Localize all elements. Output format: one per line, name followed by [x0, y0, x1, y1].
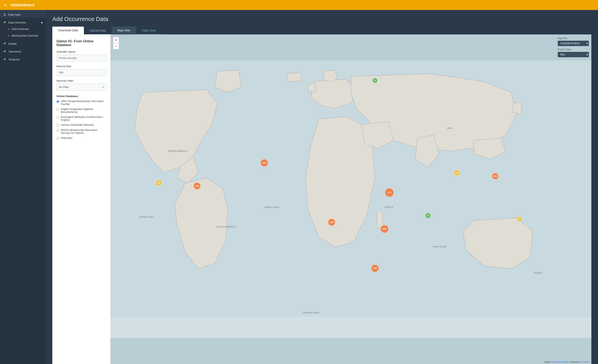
sidebar-icon-data-overview: 👁	[3, 21, 6, 24]
sub-icon-missing-data-overview: ≫	[8, 34, 10, 37]
cluster-c8[interactable]: 8	[425, 213, 431, 218]
carto-link[interactable]: CARTO	[582, 361, 590, 363]
map-tile-panel: Map Tile: CartoDB.PositronOpenStreetMapS…	[558, 37, 589, 57]
cluster-c10[interactable]: 103	[492, 173, 499, 180]
sidebar-icon-spatial: 👁	[3, 42, 6, 45]
radio-inaturalist[interactable]	[57, 137, 59, 140]
sidebar-item-spatial[interactable]: 👁 Spatial	[0, 39, 46, 47]
sidebar-label-taxonomic: Taxonomic	[8, 50, 21, 53]
radio-item-ecoengine[interactable]: EcoEngine (Berkeley Ecoinformatics Engin…	[57, 116, 106, 121]
record-size-input[interactable]	[57, 69, 106, 76]
radio-item-gbif[interactable]: GBIF (Global Biodiversity Information Fa…	[57, 100, 106, 106]
sidebar-icon-data-input: ☰	[3, 13, 6, 16]
radio-label-inaturalist: iNaturalist	[61, 137, 73, 139]
top-navbar: ≡ bddashboard	[0, 0, 598, 10]
radio-item-vertnet[interactable]: Vertnet (Vertebrate Network)	[57, 123, 106, 127]
radio-label-idigbio: iDigBio (Integrated Digitized Biocollect…	[61, 108, 106, 113]
brand-label: bddashboard	[11, 3, 34, 7]
radio-idigbio[interactable]	[57, 108, 59, 111]
tab-upload[interactable]: Upload Data	[84, 27, 112, 34]
sidebar-item-data-overview[interactable]: 👁 Data Overview ◀	[0, 18, 46, 26]
zoom-out-button[interactable]: −	[113, 43, 119, 49]
records-filter-label: Records Filter:	[57, 79, 106, 82]
points-color-label: Points Color	[558, 48, 589, 51]
cluster-c11[interactable]: 3	[517, 216, 522, 222]
map-zoom-controls: + −	[113, 37, 119, 49]
sidebar-icon-taxonomic: 👁	[3, 50, 6, 53]
scientific-name-label: Scientific Name:	[57, 50, 106, 53]
records-filter-select[interactable]: No FilterHas CoordinatesHas Media	[57, 84, 106, 90]
radio-gbif[interactable]	[57, 100, 59, 103]
map-panel: + − Map Tile: CartoDB.PositronOpenStreet…	[110, 34, 591, 364]
left-form-panel: Option 01: From Online Database Scientif…	[52, 34, 110, 364]
sidebar: ☰ Data Input 👁 Data Overview ◀≫ Data Sum…	[0, 10, 46, 364]
world-map-svg	[110, 34, 591, 364]
tab-table-view[interactable]: Table View	[136, 27, 162, 34]
cluster-c12[interactable]: 5	[372, 78, 378, 83]
radio-label-vertnet: Vertnet (Vertebrate Network)	[61, 123, 94, 126]
map-tile-select[interactable]: CartoDB.PositronOpenStreetMapStamen.Tone…	[558, 41, 589, 46]
cluster-c9[interactable]: 15	[454, 170, 460, 176]
points-color-select[interactable]: RedBlueGreenOrange	[558, 52, 589, 57]
sub-label-data-summary: Data Summary	[12, 28, 29, 31]
option-title: Option 01: From Online Database	[57, 40, 106, 47]
cluster-c3[interactable]: 10	[156, 180, 162, 186]
sidebar-label-spatial: Spatial	[8, 42, 17, 45]
records-filter-wrapper: No FilterHas CoordinatesHas Media	[57, 84, 106, 90]
osm-link[interactable]: OpenStreetMap	[554, 361, 569, 363]
radio-label-ecoengine: EcoEngine (Berkeley Ecoinformatics Engin…	[61, 116, 106, 121]
panels-row: Option 01: From Online Database Scientif…	[52, 34, 591, 364]
sidebar-item-data-input[interactable]: ☰ Data Input	[0, 10, 46, 18]
sidebar-sub-data-summary[interactable]: ≫ Data Summary	[0, 26, 46, 32]
zoom-in-button[interactable]: +	[113, 37, 119, 43]
page-title: Add Occurrence Data	[52, 16, 591, 22]
scientific-name-input[interactable]	[57, 55, 106, 61]
cluster-c6[interactable]: 784	[371, 264, 379, 272]
hamburger-icon[interactable]: ≡	[4, 3, 7, 8]
sub-label-missing-data-overview: Missing Data Overview	[12, 34, 38, 37]
map-tile-label: Map Tile:	[558, 37, 589, 40]
radio-label-gbif: GBIF (Global Biodiversity Information Fa…	[61, 100, 106, 106]
tab-download[interactable]: Download Data	[52, 27, 84, 34]
record-size-label: Record Size:	[57, 65, 106, 68]
sidebar-label-data-input: Data Input	[8, 13, 21, 16]
collapse-arrow-data-overview[interactable]: ◀	[41, 21, 42, 24]
map-attribution: Leaflet | © OpenStreetMap contributors ©…	[544, 361, 590, 363]
content-area: Add Occurrence Data Download Data Upload…	[46, 10, 598, 364]
radio-bison[interactable]	[57, 129, 59, 132]
sidebar-item-taxonomic[interactable]: 👁 Taxonomic	[0, 47, 46, 55]
sub-icon-data-summary: ≫	[8, 28, 10, 31]
radio-item-bison[interactable]: BISON (Biodiversity Information Serving …	[57, 129, 106, 135]
cluster-c5[interactable]: 969	[380, 225, 389, 233]
svg-rect-1	[110, 317, 591, 338]
sidebar-label-data-overview: Data Overview	[8, 21, 26, 24]
sidebar-label-temporal: Temporal	[8, 58, 19, 61]
radio-item-inaturalist[interactable]: iNaturalist	[57, 137, 106, 140]
radio-label-bison: BISON (Biodiversity Information Serving …	[61, 129, 106, 135]
sidebar-item-temporal[interactable]: 👁 Temporal	[0, 55, 46, 63]
radio-item-idigbio[interactable]: iDigBio (Integrated Digitized Biocollect…	[57, 108, 106, 113]
online-db-label: Online Database:	[57, 95, 106, 98]
tabs-row: Download Data Upload Data Map View Table…	[52, 27, 591, 34]
sidebar-icon-temporal: 👁	[3, 58, 6, 61]
sidebar-sub-missing-data-overview[interactable]: ≫ Missing Data Overview	[0, 32, 46, 39]
radio-vertnet[interactable]	[57, 124, 59, 127]
radio-ecoengine[interactable]	[57, 116, 59, 119]
tab-map-view[interactable]: Map View	[112, 27, 136, 34]
database-radio-list: GBIF (Global Biodiversity Information Fa…	[57, 100, 106, 140]
